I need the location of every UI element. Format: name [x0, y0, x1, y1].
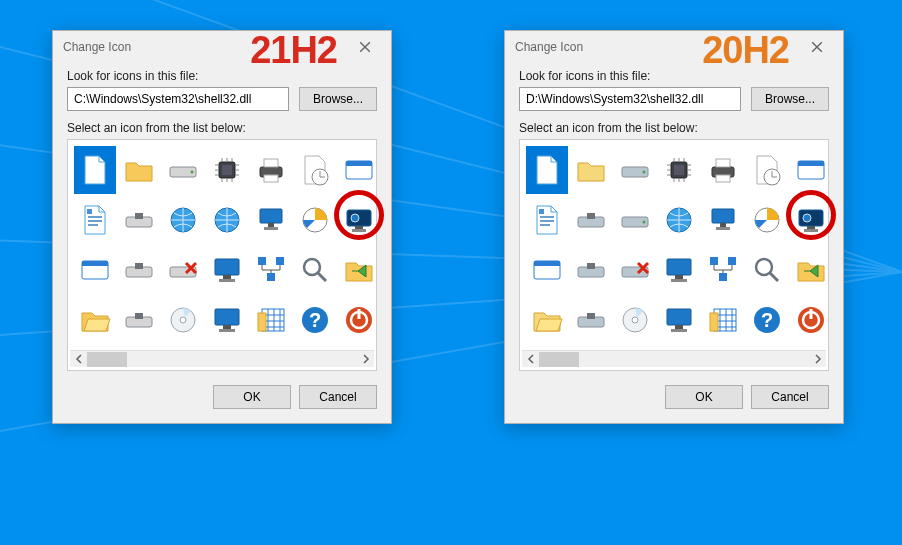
monitor-icon[interactable] — [206, 296, 248, 344]
floppy-drive-icon[interactable] — [570, 196, 612, 244]
horizontal-scrollbar[interactable] — [70, 350, 374, 367]
help-icon[interactable]: ? — [746, 296, 788, 344]
horizontal-scrollbar[interactable] — [522, 350, 826, 367]
run-dialog-icon[interactable] — [338, 146, 380, 194]
svg-rect-80 — [671, 279, 687, 282]
folder-icon[interactable] — [570, 146, 612, 194]
text-doc-icon[interactable] — [74, 196, 116, 244]
svg-rect-40 — [223, 325, 231, 329]
cd-icon[interactable] — [162, 296, 204, 344]
folder-back-icon[interactable] — [790, 246, 832, 294]
globe-1-icon[interactable] — [162, 196, 204, 244]
svg-rect-32 — [276, 257, 284, 265]
folder-icon[interactable] — [118, 146, 160, 194]
ok-button[interactable]: OK — [665, 385, 743, 409]
browse-button[interactable]: Browse... — [299, 87, 377, 111]
floppy-save-icon[interactable] — [570, 296, 612, 344]
svg-rect-89 — [667, 309, 691, 325]
globe-2-icon[interactable] — [206, 196, 248, 244]
cd-icon[interactable] — [614, 296, 656, 344]
cancel-button[interactable]: Cancel — [751, 385, 829, 409]
icon-listbox[interactable]: ? — [67, 139, 377, 371]
browse-button[interactable]: Browse... — [751, 87, 829, 111]
app-window-icon[interactable] — [74, 246, 116, 294]
blank-file-icon[interactable] — [74, 146, 116, 194]
cancel-button[interactable]: Cancel — [299, 385, 377, 409]
svg-rect-81 — [710, 257, 718, 265]
folder-open-icon[interactable] — [74, 296, 116, 344]
monitor-check-icon[interactable] — [206, 246, 248, 294]
scroll-right-icon[interactable] — [357, 352, 374, 367]
monitor-icon[interactable] — [658, 296, 700, 344]
floppy-2-icon[interactable] — [570, 246, 612, 294]
change-icon-dialog-21h2: 21H2 Change Icon Look for icons in this … — [52, 30, 392, 424]
scrollbar-track[interactable] — [87, 352, 357, 367]
printer-icon[interactable] — [250, 146, 292, 194]
globe-2-icon[interactable] — [658, 196, 700, 244]
network-pc-icon[interactable] — [250, 196, 292, 244]
svg-rect-22 — [352, 229, 366, 232]
svg-rect-86 — [587, 313, 595, 319]
ok-button[interactable]: OK — [213, 385, 291, 409]
scroll-left-icon[interactable] — [522, 352, 539, 367]
network-pc-icon[interactable] — [702, 196, 744, 244]
floppy-drive-icon[interactable] — [118, 196, 160, 244]
settings-icon-icon[interactable] — [746, 196, 788, 244]
drive-error-icon[interactable] — [614, 246, 656, 294]
close-button[interactable] — [345, 33, 385, 61]
grid-icon[interactable] — [250, 296, 292, 344]
text-doc-icon[interactable] — [526, 196, 568, 244]
path-input[interactable] — [67, 87, 289, 111]
floppy-2-icon[interactable] — [118, 246, 160, 294]
scroll-left-icon[interactable] — [70, 352, 87, 367]
recent-doc-icon[interactable] — [746, 146, 788, 194]
help-icon[interactable]: ? — [294, 296, 336, 344]
grid-icon[interactable] — [702, 296, 744, 344]
svg-rect-31 — [258, 257, 266, 265]
search-icon[interactable] — [746, 246, 788, 294]
svg-rect-33 — [267, 273, 275, 281]
svg-text:?: ? — [761, 309, 773, 331]
scrollbar-track[interactable] — [539, 352, 809, 367]
floppy-save-icon[interactable] — [118, 296, 160, 344]
network-icon[interactable] — [702, 246, 744, 294]
screensaver-icon[interactable] — [790, 196, 832, 244]
drive-icon[interactable] — [162, 146, 204, 194]
path-input[interactable] — [519, 87, 741, 111]
scrollbar-thumb[interactable] — [539, 352, 579, 367]
svg-rect-15 — [260, 209, 282, 223]
svg-rect-36 — [135, 313, 143, 319]
drive-error-icon[interactable] — [162, 246, 204, 294]
search-icon[interactable] — [294, 246, 336, 294]
folder-back-icon[interactable] — [338, 246, 380, 294]
chip-icon[interactable] — [658, 146, 700, 194]
scrollbar-thumb[interactable] — [87, 352, 127, 367]
svg-rect-12 — [135, 213, 143, 219]
drive-icon[interactable] — [614, 146, 656, 194]
scroll-right-icon[interactable] — [809, 352, 826, 367]
run-dialog-icon[interactable] — [790, 146, 832, 194]
select-icon-label: Select an icon from the list below: — [67, 121, 377, 135]
svg-rect-54 — [716, 159, 730, 167]
app-window-icon[interactable] — [526, 246, 568, 294]
screensaver-icon[interactable] — [338, 196, 380, 244]
svg-point-34 — [304, 259, 320, 275]
settings-icon-icon[interactable] — [294, 196, 336, 244]
printer-icon[interactable] — [702, 146, 744, 194]
close-button[interactable] — [797, 33, 837, 61]
network-icon[interactable] — [250, 246, 292, 294]
icon-listbox[interactable]: ? — [519, 139, 829, 371]
svg-rect-82 — [728, 257, 736, 265]
svg-rect-76 — [587, 263, 595, 269]
folder-open-icon[interactable] — [526, 296, 568, 344]
power-icon[interactable] — [790, 296, 832, 344]
drive-2-icon[interactable] — [614, 196, 656, 244]
chip-icon[interactable] — [206, 146, 248, 194]
svg-rect-10 — [87, 209, 92, 214]
monitor-check-icon[interactable] — [658, 246, 700, 294]
recent-doc-icon[interactable] — [294, 146, 336, 194]
look-for-label: Look for icons in this file: — [519, 69, 829, 83]
power-icon[interactable] — [338, 296, 380, 344]
svg-rect-17 — [264, 227, 278, 230]
blank-file-icon[interactable] — [526, 146, 568, 194]
